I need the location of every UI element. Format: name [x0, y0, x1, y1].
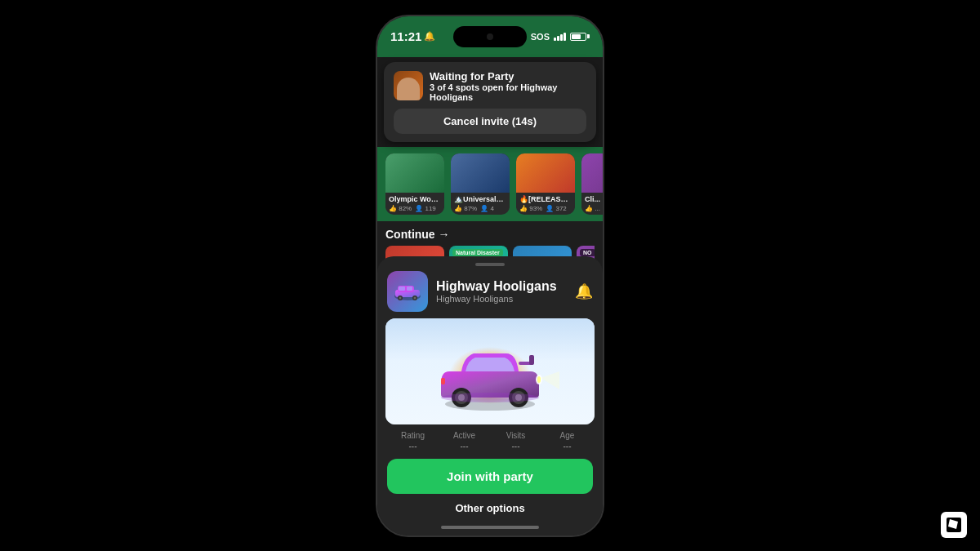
- game-card-title: 🏔️UniversalC raft 2🔧 [OP]: [451, 193, 510, 204]
- game-card-stats: 👍 ...: [581, 204, 603, 215]
- car-icon-svg: [391, 280, 424, 303]
- game-thumbnail: [516, 153, 575, 193]
- game-subtitle: Highway Hooligans: [436, 294, 567, 304]
- game-title: Highway Hooligans: [436, 279, 567, 294]
- rating-stat: 👍 87%: [454, 205, 477, 212]
- game-icon: [387, 271, 428, 312]
- bell-notification-icon: 🔔: [424, 31, 435, 42]
- notification-text: Waiting for Party 3 of 4 spots open for …: [430, 70, 586, 102]
- svg-rect-12: [529, 355, 534, 365]
- game-card-stats: 👍 87% 👤 4: [451, 204, 510, 215]
- list-item[interactable]: Olympic World... 👍 82% 👤 119: [385, 153, 444, 215]
- status-bar: 11:21 🔔 SOS: [377, 16, 603, 57]
- stats-row: Rating --- Active --- Visits --- Age ---: [377, 424, 603, 451]
- rating-stat: 👍 ...: [585, 205, 600, 212]
- rating-stat: 👍 93%: [519, 205, 542, 212]
- card-label: Natural Disaster: [452, 249, 503, 256]
- players-stat: 👤 372: [546, 205, 567, 212]
- game-thumbnail: [385, 153, 444, 193]
- game-card-stats: 👍 82% 👤 119: [385, 204, 444, 215]
- roblox-logo: [941, 512, 967, 538]
- avatar-image: [397, 78, 420, 100]
- game-thumbnail: [451, 153, 510, 193]
- notification-avatar: [394, 71, 423, 100]
- cancel-invite-button[interactable]: Cancel invite (14s): [394, 109, 586, 134]
- svg-rect-15: [441, 378, 445, 384]
- notification-header: Waiting for Party 3 of 4 spots open for …: [394, 70, 586, 102]
- game-card-title: Cli...: [581, 193, 603, 204]
- notification-banner: Waiting for Party 3 of 4 spots open for …: [384, 62, 596, 142]
- continue-header: Continue →: [385, 228, 595, 241]
- dynamic-island: [453, 26, 527, 47]
- notification-subtitle: 3 of 4 spots open for Highway Hooligans: [430, 82, 586, 102]
- game-info-header: Highway Hooligans Highway Hooligans 🔔: [377, 271, 603, 318]
- list-item[interactable]: 🏔️UniversalC raft 2🔧 [OP] 👍 87% 👤 4: [451, 153, 510, 215]
- phone-frame: 11:21 🔔 SOS: [376, 15, 604, 537]
- game-card-title: Olympic World...: [385, 193, 444, 204]
- svg-rect-7: [399, 287, 405, 291]
- game-cards-row: Olympic World... 👍 82% 👤 119 🏔️Universal…: [377, 147, 603, 221]
- camera-dot: [487, 33, 493, 40]
- rating-stat: 👍 82%: [389, 205, 412, 212]
- game-card-title: 🔥[RELEASE] Pet ATK...: [516, 193, 575, 204]
- game-thumbnail: [581, 153, 603, 193]
- continue-title: Continue →: [385, 228, 450, 241]
- highway-hooligans-car: [416, 331, 564, 412]
- list-item[interactable]: 🔥[RELEASE] Pet ATK... 👍 93% 👤 372: [516, 153, 575, 215]
- players-stat: 👤 119: [415, 205, 436, 212]
- stat-visits: Visits ---: [490, 431, 541, 451]
- svg-point-14: [537, 376, 541, 383]
- spots-text: 3 of 4 spots open: [430, 82, 503, 92]
- time-text: 11:21: [390, 29, 421, 43]
- other-options-button[interactable]: Other options: [377, 494, 603, 522]
- game-bell-icon[interactable]: 🔔: [575, 282, 593, 300]
- join-party-button[interactable]: Join with party: [387, 459, 593, 494]
- svg-point-6: [414, 296, 416, 299]
- stat-active: Active ---: [439, 431, 490, 451]
- notification-title: Waiting for Party: [430, 70, 586, 82]
- game-card-stats: 👍 93% 👤 372: [516, 204, 575, 215]
- game-banner-image: [385, 318, 595, 424]
- list-item[interactable]: Cli... 👍 ...: [581, 153, 603, 215]
- status-time: 11:21 🔔: [390, 29, 435, 43]
- svg-rect-8: [407, 287, 412, 291]
- card-label: NO: [580, 249, 595, 256]
- stat-age: Age ---: [541, 431, 593, 451]
- players-stat: 👤 4: [480, 205, 494, 212]
- panel-handle: [475, 263, 505, 266]
- stat-rating: Rating ---: [387, 431, 439, 451]
- status-right-icons: SOS: [531, 32, 590, 42]
- sos-text: SOS: [531, 32, 550, 42]
- battery-icon: [570, 33, 590, 41]
- svg-point-22: [441, 393, 539, 402]
- signal-icon: [554, 33, 566, 41]
- game-panel: Highway Hooligans Highway Hooligans 🔔: [377, 256, 603, 535]
- game-title-block: Highway Hooligans Highway Hooligans: [436, 279, 567, 304]
- home-indicator: [441, 526, 539, 529]
- svg-point-5: [399, 296, 402, 299]
